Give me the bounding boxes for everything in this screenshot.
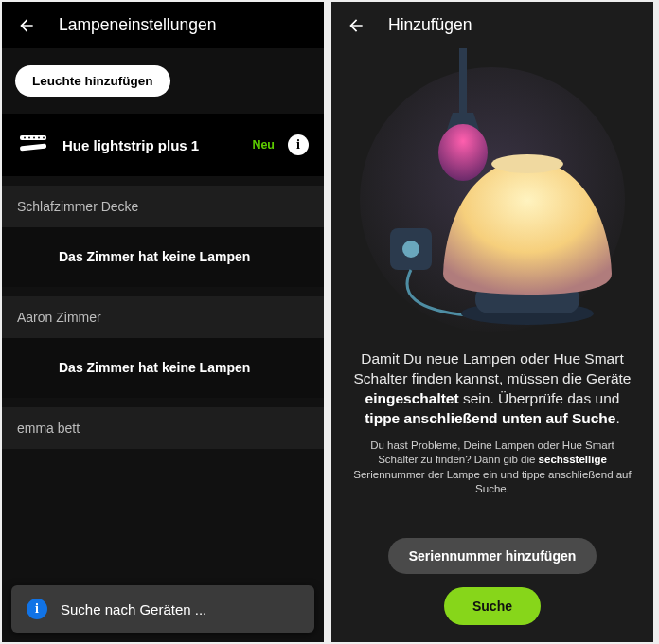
arrow-left-icon bbox=[347, 16, 365, 35]
arrow-left-icon bbox=[17, 16, 36, 35]
room-header[interactable]: Aaron Zimmer bbox=[2, 296, 324, 338]
instr-sub-text: Seriennummer der Lampe ein und tippe ans… bbox=[353, 469, 631, 495]
header-title: Hinzufügen bbox=[388, 15, 472, 35]
instr-bold: eingeschaltet bbox=[365, 390, 459, 406]
svg-point-4 bbox=[33, 137, 35, 139]
lightstrip-icon bbox=[17, 129, 49, 161]
instr-text: . bbox=[615, 410, 619, 426]
instr-text: Damit Du neue Lampen oder Hue Smart Scha… bbox=[354, 350, 632, 386]
left-body: Leuchte hinzufügen Hue lightstrip plus 1… bbox=[2, 48, 324, 642]
light-row-new[interactable]: Hue lightstrip plus 1 Neu i bbox=[2, 114, 324, 176]
svg-point-5 bbox=[38, 137, 40, 139]
new-badge: Neu bbox=[252, 138, 275, 152]
right-body: Damit Du neue Lampen oder Hue Smart Scha… bbox=[331, 48, 653, 642]
svg-point-14 bbox=[491, 154, 563, 173]
instr-sub-bold: sechsstellige bbox=[539, 454, 607, 465]
illustration bbox=[331, 48, 653, 342]
toast-text: Suche nach Geräten ... bbox=[61, 601, 206, 617]
instr-text: sein. Überprüfe das und bbox=[459, 390, 620, 406]
svg-point-2 bbox=[24, 137, 26, 139]
svg-rect-1 bbox=[20, 144, 46, 152]
header-title: Lampeneinstellungen bbox=[59, 15, 216, 35]
room-empty-msg: Das Zimmer hat keine Lampen bbox=[2, 227, 324, 287]
svg-point-3 bbox=[28, 137, 30, 139]
header: Lampeneinstellungen bbox=[2, 2, 324, 48]
header: Hinzufügen bbox=[331, 2, 653, 48]
info-icon: i bbox=[27, 599, 47, 619]
room-header[interactable]: Schlafzimmer Decke bbox=[2, 186, 324, 227]
svg-point-6 bbox=[43, 137, 45, 139]
screen-add: Hinzufügen bbox=[331, 2, 653, 642]
button-bar: Seriennummer hinzufügen Suche bbox=[331, 523, 653, 642]
svg-rect-8 bbox=[459, 48, 467, 115]
search-toast: i Suche nach Geräten ... bbox=[11, 585, 314, 633]
svg-point-11 bbox=[402, 241, 419, 258]
search-button[interactable]: Suche bbox=[444, 587, 541, 625]
back-button[interactable] bbox=[17, 16, 36, 35]
back-button[interactable] bbox=[347, 16, 365, 35]
svg-point-9 bbox=[438, 124, 488, 181]
add-light-button[interactable]: Leuchte hinzufügen bbox=[15, 65, 170, 97]
info-button[interactable]: i bbox=[288, 134, 309, 155]
instructions-sub: Du hast Probleme, Deine Lampen oder Hue … bbox=[331, 429, 653, 497]
light-name: Hue lightstrip plus 1 bbox=[62, 137, 239, 153]
add-serial-button[interactable]: Seriennummer hinzufügen bbox=[388, 538, 597, 574]
room-header[interactable]: emma bett bbox=[2, 407, 324, 449]
room-empty-msg: Das Zimmer hat keine Lampen bbox=[2, 338, 324, 398]
instructions-main: Damit Du neue Lampen oder Hue Smart Scha… bbox=[331, 342, 653, 429]
instr-bold: tippe anschließend unten auf Suche bbox=[365, 410, 615, 426]
screen-lamp-settings: Lampeneinstellungen Leuchte hinzufügen H… bbox=[2, 2, 324, 642]
